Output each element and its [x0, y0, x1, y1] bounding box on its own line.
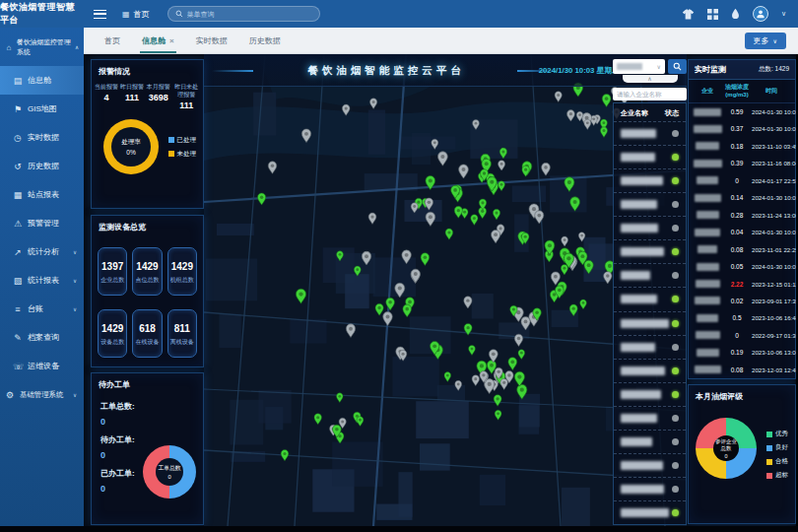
chevron-down-icon[interactable]: ∨: [781, 10, 786, 18]
map-pin[interactable]: [437, 152, 447, 166]
theme-skin-icon[interactable]: [682, 9, 695, 20]
tab-首页[interactable]: 首页: [94, 28, 131, 53]
map-pin[interactable]: [464, 297, 472, 308]
enterprise-row[interactable]: [614, 382, 686, 406]
map-pin[interactable]: [518, 350, 525, 360]
sidebar-item-info-cabin[interactable]: ▤信息舱: [0, 66, 84, 95]
map-pin[interactable]: [471, 215, 478, 226]
more-button[interactable]: 更多 ∨: [745, 33, 786, 49]
realtime-row[interactable]: 0.052024-01-30 10:03:00: [689, 258, 795, 275]
collapse-handle[interactable]: ∧: [623, 75, 678, 83]
sidebar-item-ops-device[interactable]: ☏运维设备: [0, 352, 84, 380]
menu-toggle-icon[interactable]: [94, 10, 106, 19]
enterprise-row[interactable]: [614, 500, 686, 524]
sidebar-item-site-report[interactable]: ▦站点报表: [0, 180, 84, 209]
map-pin[interactable]: [357, 417, 364, 427]
sidebar-item-stat-analysis[interactable]: ↗统计分析∨: [0, 237, 84, 266]
map-pin[interactable]: [368, 213, 376, 224]
map-pin[interactable]: [281, 449, 289, 460]
tab-信息舱[interactable]: 信息舱×: [131, 28, 185, 53]
enterprise-row[interactable]: [614, 335, 686, 359]
map-pin[interactable]: [459, 165, 469, 178]
map-pin[interactable]: [580, 299, 587, 309]
realtime-row[interactable]: 02024-01-17 22:53:00: [689, 172, 795, 189]
map-pin[interactable]: [514, 334, 522, 346]
map-pin[interactable]: [386, 298, 395, 310]
enterprise-row[interactable]: [614, 453, 686, 477]
tab-实时数据[interactable]: 实时数据: [185, 28, 238, 53]
map-pin[interactable]: [369, 99, 376, 109]
sidebar-item-realtime-data[interactable]: ◷实时数据: [0, 123, 84, 152]
map-pin[interactable]: [314, 414, 322, 425]
map-pin[interactable]: [421, 253, 430, 266]
map-pin[interactable]: [561, 264, 567, 274]
map-pin[interactable]: [562, 236, 568, 246]
map-pin[interactable]: [444, 372, 451, 382]
sidebar-item-archive-query[interactable]: ✎档案查询: [0, 323, 84, 352]
enterprise-row[interactable]: [614, 121, 686, 145]
map-pin[interactable]: [426, 212, 435, 226]
layout-apps-icon[interactable]: [707, 9, 718, 20]
map-pin[interactable]: [296, 289, 305, 303]
sidebar-item-history-data[interactable]: ↺历史数据: [0, 152, 84, 180]
realtime-row[interactable]: 0.372024-01-30 10:03:00: [689, 120, 795, 137]
realtime-row[interactable]: 0.142024-01-30 10:03:00: [689, 189, 795, 206]
tab-历史数据[interactable]: 历史数据: [238, 28, 292, 53]
enterprise-name-input[interactable]: [613, 88, 687, 100]
realtime-row[interactable]: 0.042024-01-30 10:03:00: [689, 224, 795, 240]
realtime-row[interactable]: 0.392023-11-16 08:04:00: [689, 155, 795, 171]
enterprise-search-button[interactable]: [668, 59, 687, 74]
realtime-row[interactable]: 0.082023-12-03 12:47:00: [689, 362, 795, 378]
enterprise-row[interactable]: [614, 430, 686, 453]
droplet-icon[interactable]: [731, 8, 740, 20]
sidebar-item-alert-manage[interactable]: ⚠预警管理: [0, 209, 84, 237]
enterprise-row[interactable]: [614, 216, 686, 239]
realtime-row[interactable]: 0.192023-10-06 13:04:00: [689, 344, 795, 361]
map-pin[interactable]: [492, 230, 500, 242]
realtime-row[interactable]: 2.222023-12-15 01:11:00: [689, 275, 795, 292]
user-avatar[interactable]: [753, 6, 768, 22]
map-pin[interactable]: [454, 206, 462, 218]
enterprise-row[interactable]: [614, 406, 686, 430]
map-pin[interactable]: [499, 161, 505, 170]
enterprise-row[interactable]: [614, 263, 686, 287]
enterprise-row[interactable]: [614, 239, 686, 263]
map-pin[interactable]: [499, 181, 505, 191]
map-pin[interactable]: [514, 371, 524, 386]
map-pin[interactable]: [469, 345, 476, 355]
realtime-row[interactable]: 0.082023-11-01 22:25:00: [689, 240, 795, 257]
sidebar-item-stat-report[interactable]: ▧统计报表∨: [0, 266, 84, 295]
close-tab-icon[interactable]: ×: [169, 36, 174, 45]
enterprise-row[interactable]: [614, 168, 686, 192]
realtime-row[interactable]: 0.182023-11-10 03:45:00: [689, 138, 795, 155]
map-pin[interactable]: [383, 312, 393, 326]
map-pin[interactable]: [375, 303, 383, 315]
topbar-home-item[interactable]: ▦ 首页: [122, 9, 150, 20]
enterprise-row[interactable]: [614, 477, 686, 500]
map-pin[interactable]: [535, 211, 544, 224]
map-pin[interactable]: [472, 375, 479, 386]
map-pin[interactable]: [346, 324, 355, 338]
sidebar-item-ledger[interactable]: ≡台账∨: [0, 295, 84, 323]
map-pin[interactable]: [336, 393, 343, 403]
realtime-row[interactable]: 0.592024-01-30 10:03:00: [689, 103, 795, 120]
map-pin[interactable]: [500, 378, 508, 389]
map-pin[interactable]: [493, 209, 499, 220]
enterprise-row[interactable]: [614, 145, 686, 168]
map-pin[interactable]: [542, 163, 551, 175]
sidebar-system-header[interactable]: ⌂ 餐饮油烟监控管理系统 ∧: [0, 28, 84, 66]
map-pin[interactable]: [268, 162, 277, 173]
realtime-row[interactable]: 0.282023-11-24 13:00:00: [689, 207, 795, 224]
sidebar-item-base-system[interactable]: ⚙基础管理系统∨: [0, 380, 84, 409]
enterprise-row[interactable]: [614, 311, 686, 335]
map-pin[interactable]: [495, 410, 501, 420]
map-pin[interactable]: [257, 193, 265, 205]
enterprise-type-select[interactable]: ∨: [613, 59, 665, 74]
realtime-row[interactable]: 02022-09-17 01:34:00: [689, 327, 795, 344]
map-pin[interactable]: [604, 272, 612, 284]
enterprise-row[interactable]: [614, 287, 686, 310]
map-pin[interactable]: [555, 92, 562, 102]
realtime-row[interactable]: 0.022023-09-01 17:39:00: [689, 293, 795, 309]
realtime-row[interactable]: 0.52023-10-06 16:44:00: [689, 309, 795, 326]
sidebar-item-gis-map[interactable]: ⚑GIS地图: [0, 95, 84, 123]
